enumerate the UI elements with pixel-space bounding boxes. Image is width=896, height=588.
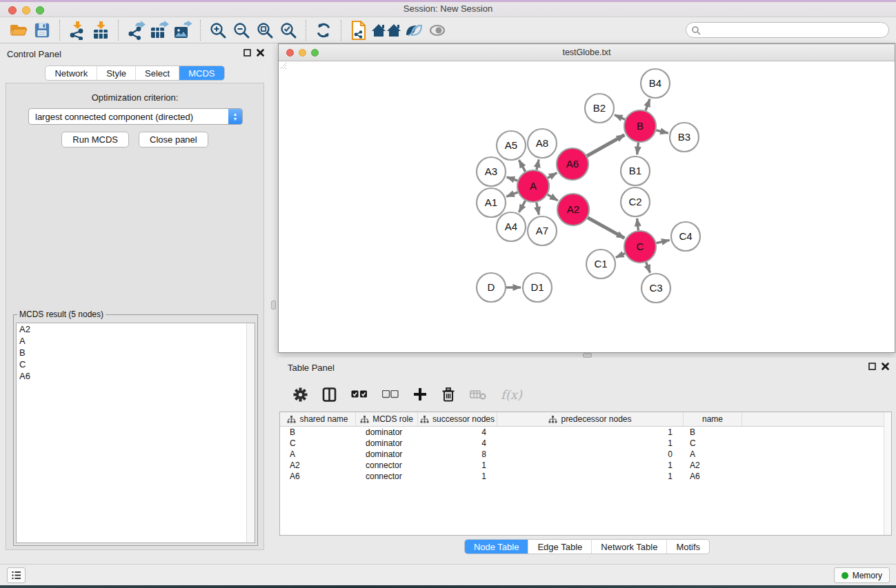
edge-A6-B[interactable] xyxy=(587,135,624,156)
edge-A-A7[interactable] xyxy=(537,203,539,215)
search-input[interactable] xyxy=(701,23,888,37)
criterion-select[interactable]: largest connected component (directed) ▲… xyxy=(28,108,243,125)
graph-node-A2[interactable]: A2 xyxy=(557,194,589,225)
edge-C-C4[interactable] xyxy=(656,240,669,243)
table-cell[interactable]: 1 xyxy=(497,472,684,481)
close-table-panel-icon[interactable] xyxy=(882,363,889,370)
edge-B-B2[interactable] xyxy=(615,115,625,120)
table-cell[interactable]: connector xyxy=(356,460,418,470)
edge-A-A3[interactable] xyxy=(507,177,518,181)
graph-node-C3[interactable]: C3 xyxy=(641,274,670,303)
table-cell[interactable]: B xyxy=(684,427,742,437)
result-list-item[interactable]: C xyxy=(17,358,255,370)
table-row[interactable]: A6connector11A6 xyxy=(280,471,891,482)
edge-A-A2[interactable] xyxy=(548,194,558,201)
table-cell[interactable]: 1 xyxy=(497,438,684,448)
result-list-item[interactable]: A xyxy=(17,335,255,347)
column-header-MCDS-role[interactable]: MCDS role xyxy=(356,412,418,426)
table-cell[interactable]: A6 xyxy=(280,472,356,481)
table-cell[interactable]: B xyxy=(280,427,356,437)
tab-mcds[interactable]: MCDS xyxy=(179,66,223,80)
close-panel-icon[interactable] xyxy=(257,49,264,57)
table-cell[interactable]: 4 xyxy=(418,438,497,448)
graph-node-A3[interactable]: A3 xyxy=(477,157,506,186)
graph-node-A6[interactable]: A6 xyxy=(557,148,588,180)
home-view-button[interactable] xyxy=(370,20,402,41)
show-hide-panel-button[interactable] xyxy=(426,20,449,41)
table-scrollbar[interactable] xyxy=(884,412,891,535)
open-session-button[interactable] xyxy=(7,20,30,41)
graph-node-A[interactable]: A xyxy=(517,170,549,202)
run-mcds-button[interactable]: Run MCDS xyxy=(61,132,129,148)
float-table-panel-icon[interactable] xyxy=(868,363,876,370)
result-list-scrollbar[interactable] xyxy=(246,323,255,543)
tab-motifs[interactable]: Motifs xyxy=(666,540,709,554)
zoom-out-button[interactable] xyxy=(230,20,253,41)
float-panel-icon[interactable] xyxy=(243,49,251,57)
graph-node-B3[interactable]: B3 xyxy=(670,123,699,152)
open-network-file-button[interactable] xyxy=(347,20,370,41)
table-cell[interactable]: 1 xyxy=(497,427,684,437)
graph-node-A1[interactable]: A1 xyxy=(477,188,506,217)
edge-A-A6[interactable] xyxy=(548,173,557,179)
table-cell[interactable]: A2 xyxy=(280,460,356,470)
show-columns-icon[interactable] xyxy=(322,387,337,402)
graph-node-B1[interactable]: B1 xyxy=(621,156,650,185)
column-header-shared-name[interactable]: shared name xyxy=(280,412,356,426)
table-cell[interactable]: A xyxy=(280,449,356,459)
zoom-in-button[interactable] xyxy=(206,20,230,41)
tab-node-table[interactable]: Node Table xyxy=(465,540,528,554)
window-resize-grip[interactable] xyxy=(279,61,287,70)
graph-node-C4[interactable]: C4 xyxy=(671,222,700,251)
refresh-button[interactable] xyxy=(312,20,335,41)
table-cell[interactable]: dominator xyxy=(356,449,418,459)
close-panel-button[interactable]: Close panel xyxy=(139,132,208,148)
zoom-fit-button[interactable] xyxy=(253,20,277,41)
table-row[interactable]: Adominator80A xyxy=(280,449,891,460)
table-cell[interactable]: 1 xyxy=(497,460,684,470)
export-image-button[interactable] xyxy=(171,20,195,41)
edge-C-C2[interactable] xyxy=(637,219,639,230)
graph-node-B[interactable]: B xyxy=(624,110,656,142)
tab-network[interactable]: Network xyxy=(46,66,97,80)
table-cell[interactable]: dominator xyxy=(356,438,418,448)
edge-A-A8[interactable] xyxy=(537,160,539,170)
table-cell[interactable]: 0 xyxy=(497,449,684,459)
edge-B-B1[interactable] xyxy=(637,143,639,154)
table-cell[interactable]: 1 xyxy=(418,472,497,481)
zoom-selected-button[interactable] xyxy=(277,20,300,41)
graph-node-D[interactable]: D xyxy=(477,273,506,302)
table-cell[interactable]: 1 xyxy=(418,460,497,470)
edge-A2-C[interactable] xyxy=(588,218,624,239)
column-header-successor-nodes[interactable]: successor nodes xyxy=(418,412,497,426)
unselect-all-columns-icon[interactable] xyxy=(382,390,399,398)
graph-node-B4[interactable]: B4 xyxy=(641,69,670,98)
tab-edge-table[interactable]: Edge Table xyxy=(528,540,591,554)
import-table-button[interactable] xyxy=(89,20,112,41)
vertical-splitter-handle[interactable] xyxy=(271,301,276,310)
graph-node-B2[interactable]: B2 xyxy=(585,94,614,123)
export-table-button[interactable] xyxy=(148,20,171,41)
tab-style[interactable]: Style xyxy=(97,66,135,80)
edge-C-C3[interactable] xyxy=(646,262,650,272)
table-cell[interactable]: C xyxy=(684,438,742,448)
hide-style-button[interactable] xyxy=(402,20,426,41)
import-network-button[interactable] xyxy=(66,20,89,41)
network-canvas[interactable]: AA1A2A3A4A5A6A7A8BB1B2B3B4CC1C2C3C4DD1 xyxy=(279,61,895,352)
table-cell[interactable]: dominator xyxy=(356,427,418,437)
function-builder-icon[interactable]: f(x) xyxy=(501,387,522,402)
save-session-button[interactable] xyxy=(30,20,54,41)
graph-node-A4[interactable]: A4 xyxy=(497,212,526,241)
table-cell[interactable]: connector xyxy=(356,472,418,481)
result-list-item[interactable]: B xyxy=(17,347,255,358)
edge-A-A1[interactable] xyxy=(506,192,517,196)
delete-table-icon[interactable] xyxy=(470,389,486,400)
edge-A-A4[interactable] xyxy=(519,201,525,212)
memory-button[interactable]: Memory xyxy=(834,567,890,583)
table-row[interactable]: Bdominator41B xyxy=(280,427,891,438)
result-list-item[interactable]: A2 xyxy=(17,323,255,335)
graph-node-C[interactable]: C xyxy=(624,231,656,263)
graph-node-A8[interactable]: A8 xyxy=(528,129,557,158)
result-list-item[interactable]: A6 xyxy=(17,370,255,382)
table-row[interactable]: Cdominator41C xyxy=(280,438,891,449)
